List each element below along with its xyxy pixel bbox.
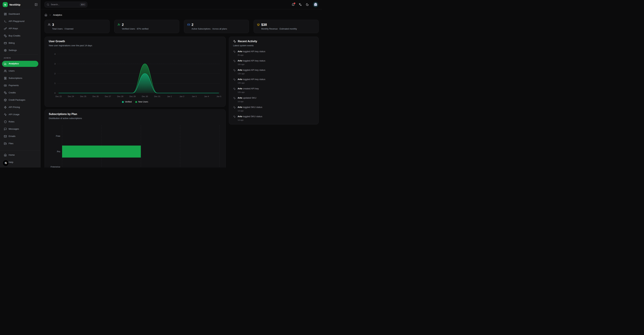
sidebar-item-buy-credits[interactable]: Buy Credits xyxy=(2,33,38,39)
sidebar-item-label: Credits xyxy=(8,91,16,94)
sidebar-item-label: API Playground xyxy=(8,20,24,23)
sidebar-item-home[interactable]: Home xyxy=(2,152,38,158)
users-icon xyxy=(48,23,51,26)
sidebar-item-api-usage[interactable]: API Usage xyxy=(2,112,38,118)
sidebar-item-subscriptions[interactable]: Subscriptions xyxy=(2,75,38,81)
notifications-button[interactable] xyxy=(292,3,295,6)
svg-text:Free: Free xyxy=(56,135,60,137)
stat-value: 3 xyxy=(52,22,54,27)
sidebar-item-label: Home xyxy=(8,153,15,157)
sidebar-item-label: API Pricing xyxy=(8,106,20,109)
app-title: NextShip xyxy=(10,3,33,7)
recent-activity-title: Recent Activity xyxy=(238,40,257,43)
sidebar-item-api-keys[interactable]: API Keys xyxy=(2,26,38,32)
user-avatar[interactable] xyxy=(313,2,318,7)
nav-divider xyxy=(2,55,38,55)
search-input[interactable]: Search... ⌘ K xyxy=(44,2,87,8)
activity-text: Arlo toggled SKU status xyxy=(238,106,262,109)
recent-activity-card: Recent Activity Latest system events Arl… xyxy=(229,37,318,124)
activity-time: 12h ago xyxy=(238,82,265,84)
activity-icon xyxy=(233,97,236,100)
sidebar-collapse-button[interactable] xyxy=(34,3,38,6)
dashboard-grid: User Growth New user registrations over … xyxy=(44,37,318,168)
sidebar-item-label: API Usage xyxy=(8,113,20,116)
sidebar-item-roles[interactable]: Roles xyxy=(2,119,38,125)
activity-time: 11h ago xyxy=(238,63,265,66)
sidebar-item-emails[interactable]: Emails xyxy=(2,133,38,139)
stat-label: Active Subscriptions · Across all plans xyxy=(192,28,246,31)
activity-time: 1d ago xyxy=(238,109,262,112)
svg-text:Pro: Pro xyxy=(57,150,60,153)
breadcrumb-home-link[interactable] xyxy=(44,14,47,16)
sidebar-nav: DashboardAPI PlaygroundAPI KeysBuy Credi… xyxy=(0,9,40,150)
languages-icon xyxy=(299,3,302,6)
folder-open-icon xyxy=(4,142,7,145)
sidebar-item-users[interactable]: Users xyxy=(2,68,38,74)
topbar-actions xyxy=(292,2,318,7)
activity-item: Arlo toggled API key status 12h ago xyxy=(233,69,314,75)
activity-icon xyxy=(233,78,236,81)
user-growth-subtitle: New user registrations over the past 14 … xyxy=(49,44,222,47)
activity-text: Arlo created API key xyxy=(238,87,259,90)
sidebar-item-label: Emails xyxy=(8,135,16,138)
sidebar-item-settings[interactable]: Settings xyxy=(2,47,38,53)
subscriptions-subtitle: Distribution of active subscriptions xyxy=(49,117,222,120)
sidebar: N NextShip DashboardAPI PlaygroundAPI Ke… xyxy=(0,0,40,168)
activity-time: 12h ago xyxy=(238,72,265,75)
sidebar-header: N NextShip xyxy=(0,0,40,9)
sidebar-item-label: Credit Packages xyxy=(8,98,25,102)
sidebar-item-api-playground[interactable]: API Playground xyxy=(2,18,38,24)
activity-item: Arlo created API key 12h ago xyxy=(233,87,314,94)
sidebar-item-credit-packages[interactable]: Credit Packages xyxy=(2,97,38,103)
legend-item-verified: Verified xyxy=(122,101,132,103)
sidebar-item-billing[interactable]: Billing xyxy=(2,40,38,46)
stat-label: Monthly Revenue · Estimated monthly xyxy=(261,28,315,31)
language-button[interactable] xyxy=(299,3,302,6)
zap-icon xyxy=(4,106,7,109)
sidebar-item-api-pricing[interactable]: API Pricing xyxy=(2,104,38,110)
sidebar-item-label: Dashboard xyxy=(8,13,20,16)
sidebar-item-files[interactable]: Files xyxy=(2,141,38,147)
svg-text:Dec 23: Dec 23 xyxy=(56,95,62,97)
svg-text:Dec 28: Dec 28 xyxy=(117,95,123,97)
sidebar-item-dashboard[interactable]: Dashboard xyxy=(2,11,38,17)
stat-cards-row: 3 Total Users · 0 banned 2 Verified User… xyxy=(44,20,318,33)
sidebar-item-credits[interactable]: Credits xyxy=(2,90,38,96)
sidebar-item-label: Settings xyxy=(8,49,17,52)
subscriptions-chart: FreeProEnterprise xyxy=(49,124,222,168)
activity-item: Arlo toggled API key status 12h ago xyxy=(233,78,314,84)
notification-dot xyxy=(294,3,295,4)
sidebar-item-label: Users xyxy=(8,69,14,73)
user-growth-chart: 01234Dec 23Dec 24Dec 25Dec 26Dec 27Dec 2… xyxy=(49,50,222,98)
svg-text:Jan 4: Jan 4 xyxy=(204,95,209,97)
sidebar-section-label: ADMIN xyxy=(4,57,36,59)
coins-icon xyxy=(4,91,7,94)
panel-left-close-icon xyxy=(34,3,38,6)
terminal-icon xyxy=(4,20,7,23)
activity-icon xyxy=(233,60,236,62)
sidebar-item-analytics[interactable]: Analytics xyxy=(2,61,38,67)
nextjs-dev-badge[interactable]: N xyxy=(3,160,9,166)
stat-value: 2 xyxy=(192,22,194,27)
message-square-icon xyxy=(4,128,7,131)
sidebar-item-label: Roles xyxy=(8,120,14,123)
user-growth-title: User Growth xyxy=(49,40,222,43)
svg-text:Jan 1: Jan 1 xyxy=(167,95,172,97)
home-icon xyxy=(44,14,47,16)
sidebar-item-payments[interactable]: Payments xyxy=(2,83,38,89)
activity-text: Arlo toggled SKU status xyxy=(238,115,262,118)
users-icon xyxy=(4,70,7,73)
stat-card-users: 3 Total Users · 0 banned xyxy=(44,20,110,33)
user-growth-card: User Growth New user registrations over … xyxy=(44,37,226,107)
topbar: Search... ⌘ K xyxy=(40,0,322,9)
svg-text:Dec 26: Dec 26 xyxy=(92,95,98,97)
activity-text: Arlo toggled API key status xyxy=(238,78,265,81)
sidebar-item-label: Payments xyxy=(8,84,19,87)
activity-time: 1d ago xyxy=(238,100,256,103)
subscriptions-card: Subscriptions by Plan Distribution of ac… xyxy=(44,109,226,168)
activity-item: Arlo toggled SKU status 1d ago xyxy=(233,106,314,112)
theme-toggle-button[interactable] xyxy=(306,3,309,6)
sidebar-item-messages[interactable]: Messages xyxy=(2,126,38,132)
activity-time: 12h ago xyxy=(238,91,259,94)
breadcrumb: Analytics xyxy=(44,13,318,18)
